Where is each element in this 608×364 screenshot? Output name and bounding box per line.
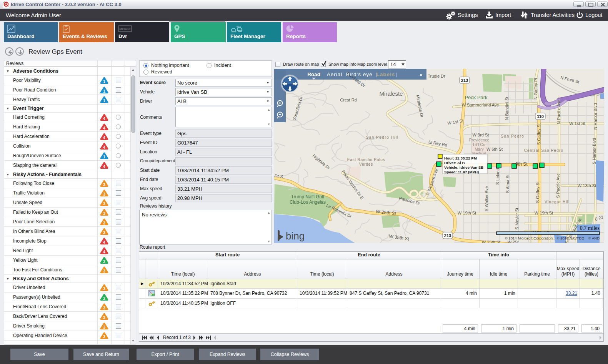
svg-text:W 19th St: W 19th St (458, 211, 476, 215)
svg-text:MERGE: MERGE (119, 27, 131, 31)
svg-text:4: 4 (103, 126, 105, 130)
svg-text:N Bandini St: N Bandini St (505, 96, 509, 120)
svg-text:W 25th St: W 25th St (482, 240, 500, 243)
svg-text:4: 4 (103, 165, 105, 169)
svg-text:W 19th St: W 19th St (535, 211, 553, 215)
svg-text:Vehicle: idrive Van SB: Vehicle: idrive Van SB (444, 165, 483, 170)
svg-text:bing: bing (286, 230, 305, 242)
svg-text:East Rancho Palos: East Rancho Palos (347, 158, 385, 162)
svg-text:Bird's eye: Bird's eye (346, 71, 373, 77)
svg-text:Vinegar Hill: Vinegar Hill (545, 200, 570, 204)
svg-text:4: 4 (103, 250, 105, 254)
svg-text:|: | (396, 71, 397, 77)
svg-text:3: 3 (103, 231, 105, 235)
svg-text:© 2014 Microsoft Corporation: © 2014 Microsoft Corporation © 2010 NAVT… (505, 236, 600, 240)
svg-text:Club-Los Angelas: Club-Los Angelas (290, 199, 326, 205)
svg-text:4: 4 (103, 116, 105, 121)
svg-text:0.7 miles: 0.7 miles (580, 225, 600, 231)
svg-text:3: 3 (103, 211, 105, 216)
svg-text:S Harbor Blvd: S Harbor Blvd (592, 138, 596, 164)
svg-text:213: 213 (461, 78, 468, 83)
svg-text:213: 213 (444, 233, 451, 238)
svg-text:S Leland: S Leland (495, 168, 500, 184)
svg-text:S Gaffey St: S Gaffey St (535, 181, 540, 203)
svg-text:N Harbor Blvd: N Harbor Blvd (593, 103, 598, 130)
svg-text:Hour: 11:35:22 PM: Hour: 11:35:22 PM (444, 156, 477, 160)
svg-text:W 13th St: W 13th St (578, 183, 596, 188)
svg-text:W 25t: W 25t (508, 240, 519, 243)
svg-text:2: 2 (103, 296, 105, 301)
svg-text:Peck Park: Peck Park (465, 95, 488, 100)
svg-text:«: « (420, 72, 422, 78)
svg-text:3: 3 (103, 221, 105, 225)
svg-text:W Summerland Ave: W Summerland Ave (461, 103, 499, 107)
svg-text:Crest Rd: Crest Rd (340, 98, 356, 102)
svg-text:9th St: 9th St (515, 161, 528, 167)
svg-text:3: 3 (103, 269, 105, 273)
svg-text:3: 3 (103, 325, 105, 329)
svg-text:Verdes: Verdes (359, 162, 373, 166)
svg-text:Labels: Labels (376, 71, 395, 77)
svg-text:Providence: Providence (469, 138, 490, 142)
svg-text:1: 1 (103, 155, 105, 159)
svg-text:Road: Road (307, 71, 320, 77)
svg-text:1: 1 (103, 80, 105, 84)
svg-text:110: 110 (537, 114, 544, 119)
svg-text:W 1st St: W 1st St (569, 121, 585, 126)
svg-text:3: 3 (103, 202, 105, 206)
svg-text:W 6th St: W 6th St (486, 147, 503, 151)
svg-text:San Pedro: San Pedro (501, 134, 525, 138)
svg-text:3: 3 (103, 192, 105, 196)
svg-text:1: 1 (103, 99, 105, 103)
svg-text:3: 3 (103, 306, 105, 310)
svg-text:Trump Nat'l Golf: Trump Nat'l Golf (291, 194, 325, 199)
svg-text:W 3rd St: W 3rd St (473, 133, 489, 137)
svg-text:Speed: 11.97 (MPH): Speed: 11.97 (MPH) (444, 170, 479, 174)
svg-text:2: 2 (103, 259, 105, 264)
svg-text:Driver: Al B: Driver: Al B (444, 161, 465, 165)
svg-text:3: 3 (103, 183, 105, 187)
svg-text:S Meyler St: S Meyler St (515, 208, 519, 230)
svg-text:1: 1 (103, 89, 105, 93)
svg-text:3: 3 (103, 316, 105, 320)
svg-text:N Gaffey Pl: N Gaffey Pl (533, 78, 538, 100)
svg-text:Trudie Dr: Trudie Dr (428, 74, 445, 78)
svg-text:3: 3 (103, 287, 105, 291)
svg-text:S Walker Ave: S Walker Ave (484, 186, 489, 211)
svg-text:Miraleste: Miraleste (380, 90, 403, 97)
svg-text:S Pacific Ave: S Pacific Ave (556, 173, 560, 198)
svg-text:4: 4 (103, 136, 105, 140)
svg-text:S Alma St: S Alma St (505, 175, 510, 193)
svg-text:Aerial: Aerial (327, 71, 343, 77)
svg-text:N Pacific Ave: N Pacific Ave (556, 100, 561, 125)
svg-text:Central San Pedro: Central San Pedro (524, 148, 564, 153)
svg-text:Lit'l Co: Lit'l Co (473, 142, 485, 147)
svg-text:S Gaffey St: S Gaffey St (536, 123, 541, 145)
svg-text:4: 4 (103, 240, 105, 244)
svg-text:San Pedro Hill: San Pedro Hill (366, 135, 399, 140)
svg-text:4: 4 (103, 145, 105, 150)
svg-text:3: 3 (103, 335, 105, 339)
